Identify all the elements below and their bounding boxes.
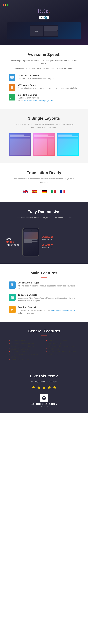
translation-section: Translation Ready Rein supports i18n sta… [0,164,88,202]
speed-desc1: Rein is super light and includes several… [8,59,80,65]
flag-uk: 🇬🇧 [22,188,29,195]
like-subtitle: Don't forget to rate us! Thank you! [8,380,80,383]
gf-label-2: Minified and Optimized Code. [11,342,35,345]
gf-label-7: Contact Form 7 Support [11,358,30,361]
hero-wp-badge: For W [39,16,49,20]
pages-desc: 7 HomePages, 3 Post styles and custom pa… [18,284,80,290]
wp-logo-icon: W [44,16,47,19]
check-1: ✓ [8,340,10,342]
main-features-title: Main Features [8,271,80,275]
star-1: ★ [32,385,36,390]
gf-label-3: Custom galleries with lightbox. [11,345,34,348]
studio-name: ESTUDIOPATAGON [30,403,58,406]
general-features-section: General Features ✓ Fully documented. ✓ M… [0,322,88,368]
svg-text:96%: 96% [11,87,13,88]
speed-4g: Just 0.7s to load on 4G [42,244,53,249]
svg-text:100%: 100% [10,77,14,78]
feature-widgets: 10 custom widgets Latest tweets, Flickr,… [8,294,80,302]
dot-red [3,4,4,6]
svg-rect-17 [11,285,13,285]
responsive-content: Great Mobile Experience Rein Just 1.5s t… [6,228,82,256]
load-desc: 1.5s to load on 3G networks.Results: htt… [18,97,53,102]
widgets-content: 10 custom widgets Latest tweets, Flickr,… [18,294,80,302]
phone-img [24,232,38,239]
speed-4g-label: to load on 4G [42,246,53,249]
hero-screenshot: Rein. [7,22,81,40]
gf-item-r1: ✓ HTML & CSS3 optimized [46,340,80,342]
check-r5: ✓ [46,350,47,353]
support-title: Premium Support [18,306,80,308]
logo-text: Rein [38,8,49,14]
load-content: Excellent load time 1.5s to load on 3G n… [18,94,53,102]
gf-item-r2: ✓ One click demo import. [46,342,80,345]
studio-logo-icon: EP [40,394,48,402]
gf-item-4: ✓ Builded with SEO in mind. [8,348,42,350]
features-list: Lot of Custom Pages 7 HomePages, 3 Post … [8,282,80,314]
support-content: Premium Support Bugs or Questions?, just… [18,306,80,314]
gf-item-r3: ✓ Disqus and self hosted comments. [46,345,80,348]
star-3: ★ [42,385,46,390]
label-mobile: Mobile [6,240,20,244]
support-link[interactable]: https://estudiopatagon.ticksy.com/ [51,309,76,311]
desktop-icon: 100% [8,74,16,81]
studio-sub: THEMES [40,406,48,407]
speed-item-load: Excellent load time 1.5s to load on 3G n… [8,94,80,102]
flag-it: 🇮🇹 [50,188,57,195]
speed-badges: Just 1.5s to load on 3G Just 0.7s to loa… [42,236,53,249]
load-title: Excellent load time [18,94,53,96]
svg-text:EP: EP [43,397,46,399]
gf-label-r4: 4 post formats. [48,348,59,350]
layouts-desc: Just with a few click your articles will… [12,123,76,129]
pages-icon [8,282,16,288]
mobile-desc: We care about mobile users, so they will… [18,87,77,90]
speed-3g-label: to load on 3G [42,238,53,240]
speed-title: Awesome Speed! [8,52,80,57]
hero-screenshot-inner: Rein. [7,22,81,40]
check-2: ✓ [8,342,10,345]
svg-text:Rein.: Rein. [35,30,38,32]
flags-row: 🇬🇧 🇪🇸 🇩🇪 🇮🇹 🇫🇷 [8,188,80,195]
general-features-title: General Features [8,329,80,333]
layouts-previews [8,133,80,156]
phone-screen: Rein [24,230,38,255]
studio-logo: EP ESTUDIOPATAGON THEMES [8,394,80,407]
svg-rect-21 [12,296,14,297]
svg-rect-18 [11,285,12,286]
hero-logo: Rein. [3,8,85,14]
layouts-title: 3 Single Layouts [8,116,80,121]
mobile-content: 96% Mobile Score We care about mobile us… [18,84,77,90]
svg-rect-23 [12,297,14,299]
translation-desc: Rein supports i18n standard that allows … [12,177,76,184]
widgets-icon [8,294,16,301]
results-link[interactable]: https://testmysite.thinkwithgoogle.com [24,100,53,102]
gf-label-r1: HTML & CSS3 optimized [48,340,67,342]
gf-label-r3: Disqus and self hosted comments. [48,345,74,348]
main-features-section: Main Features Lot of Custom Pages 7 Home… [0,264,88,322]
mobile-title: 96% Mobile Score [18,84,77,86]
label-great: Great [6,238,20,240]
support-desc: Bugs or Questions?, just submit a ticket… [18,309,80,314]
check-r2: ✓ [46,342,47,345]
gf-item-6: ✓ 6 Custom shortcodes with more than 50 … [8,353,42,358]
gf-label-5: Full theme options panel. [11,350,30,353]
general-features-right: ✓ HTML & CSS3 optimized ✓ One click demo… [46,340,80,361]
svg-rect-12 [10,98,11,99]
gf-item-2: ✓ Minified and Optimized Code. [8,342,42,345]
speed-item-mobile: 96% 96% Mobile Score We care about mobil… [8,84,80,91]
svg-rect-14 [13,96,14,99]
widgets-title: 10 custom widgets [18,294,80,296]
desktop-content: 100% Desktop Score The fastest theme on … [18,74,54,80]
window-dots [3,4,85,6]
svg-rect-13 [12,97,12,99]
speed-3g: Just 1.5s to load on 3G [42,236,53,240]
feature-support: Premium Support Bugs or Questions?, just… [8,306,80,314]
gf-label-1: Fully documented. [11,340,25,342]
check-7: ✓ [8,358,10,361]
check-4: ✓ [8,348,10,350]
dot-green [7,4,8,6]
widgets-desc: Latest tweets, Flickr, Recent/Featured P… [18,297,80,302]
svg-rect-20 [10,296,12,297]
gf-item-5: ✓ Full theme options panel. [8,350,42,353]
responsive-label: Great Mobile Experience [6,238,20,246]
hero-illustration: Rein. [30,25,58,36]
